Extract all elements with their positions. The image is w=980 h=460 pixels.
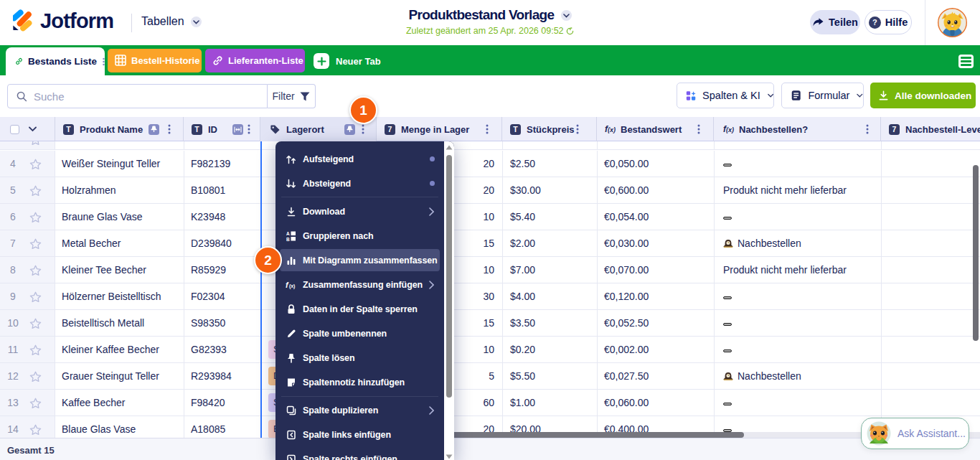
svg-text:A: A: [286, 231, 290, 236]
svg-text:(x): (x): [289, 283, 295, 288]
svg-text:B: B: [286, 237, 290, 242]
